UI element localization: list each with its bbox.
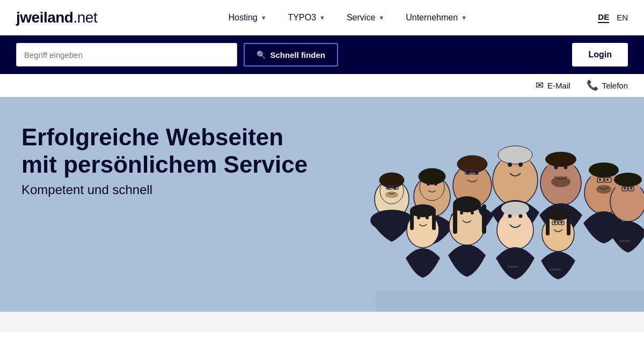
phone-contact[interactable]: 📞 Telefon [587,79,628,91]
svg-point-51 [501,202,529,216]
svg-point-62 [606,179,609,181]
svg-point-61 [599,179,601,181]
contact-bar: ✉ E-Mail 📞 Telefon [0,74,644,97]
phone-label: Telefon [602,81,628,90]
svg-rect-68 [567,212,570,235]
svg-rect-84 [376,290,644,312]
svg-point-42 [426,216,429,219]
svg-point-4 [393,186,397,189]
nav-item-typo3[interactable]: TYPO3 ▼ [288,13,325,23]
phone-icon: 📞 [587,79,598,91]
svg-text:jweiland: jweiland [507,265,518,268]
chevron-down-icon-3: ▼ [378,14,384,21]
hero-text: Erfolgreiche Webseiten mit persönlichem … [21,124,308,197]
svg-point-47 [554,166,558,169]
svg-point-53 [519,215,523,218]
svg-point-3 [387,186,390,189]
nav-label-typo3: TYPO3 [288,13,316,23]
nav-item-unternehmen[interactable]: Unternehmen ▼ [406,13,467,23]
svg-point-26 [508,162,512,167]
svg-point-57 [589,162,619,178]
svg-point-46 [551,176,570,187]
svg-point-52 [508,215,512,218]
nav-label-unternehmen: Unternehmen [406,13,458,23]
search-icon: 🔍 [257,50,266,59]
lang-de[interactable]: DE [598,12,609,23]
search-input[interactable] [16,43,237,66]
search-button[interactable]: 🔍 Schnell finden [244,43,338,66]
svg-rect-33 [482,204,486,234]
svg-rect-32 [453,204,457,234]
search-bar: 🔍 Schnell finden Login [0,35,644,74]
chevron-down-icon: ▼ [261,14,267,21]
svg-point-8 [385,191,398,198]
svg-rect-67 [546,212,550,235]
svg-point-72 [554,221,556,224]
hero-subline: Kompetent und schnell [21,182,308,197]
svg-point-12 [419,168,445,184]
logo[interactable]: jweiland.net [16,9,97,26]
top-nav: jweiland.net Hosting ▼ TYPO3 ▼ Service ▼… [0,0,644,35]
search-input-wrapper [16,43,237,66]
lang-en[interactable]: EN [617,13,628,22]
svg-rect-40 [432,209,436,230]
svg-point-2 [379,173,404,188]
svg-rect-39 [410,209,414,230]
hero-section: Erfolgreiche Webseiten mit persönlichem … [0,97,644,312]
svg-point-27 [518,162,523,167]
svg-point-82 [630,187,632,189]
login-button[interactable]: Login [572,43,628,66]
svg-point-34 [460,211,463,215]
logo-brand: jweiland [16,9,73,26]
search-button-label: Schnell finden [270,50,325,60]
svg-text:jweiland: jweiland [550,268,561,271]
nav-label-service: Service [347,13,375,23]
email-contact[interactable]: ✉ E-Mail [536,79,570,91]
email-label: E-Mail [547,81,570,90]
svg-point-41 [417,216,420,219]
svg-point-77 [614,173,642,187]
svg-point-35 [471,211,474,215]
svg-point-81 [624,187,626,189]
svg-point-25 [498,146,532,164]
chevron-down-icon-4: ▼ [461,14,467,21]
chevron-down-icon-2: ▼ [319,14,325,21]
hero-headline: Erfolgreiche Webseiten mit persönlichem … [21,124,308,178]
svg-point-48 [564,166,568,169]
nav-item-hosting[interactable]: Hosting ▼ [228,13,266,23]
bottom-section-preview [0,312,644,332]
main-nav: Hosting ▼ TYPO3 ▼ Service ▼ Unternehmen … [228,13,467,23]
logo-tld: .net [73,9,97,26]
svg-point-14 [434,182,437,186]
nav-item-service[interactable]: Service ▼ [347,13,384,23]
svg-point-38 [410,204,436,217]
svg-text:jweiland: jweiland [619,239,631,242]
svg-point-13 [427,182,430,186]
svg-point-18 [466,171,470,174]
nav-label-hosting: Hosting [228,13,257,23]
email-icon: ✉ [536,79,544,91]
svg-point-73 [560,221,562,224]
language-switcher: DE EN [598,12,628,23]
svg-point-45 [545,152,576,167]
